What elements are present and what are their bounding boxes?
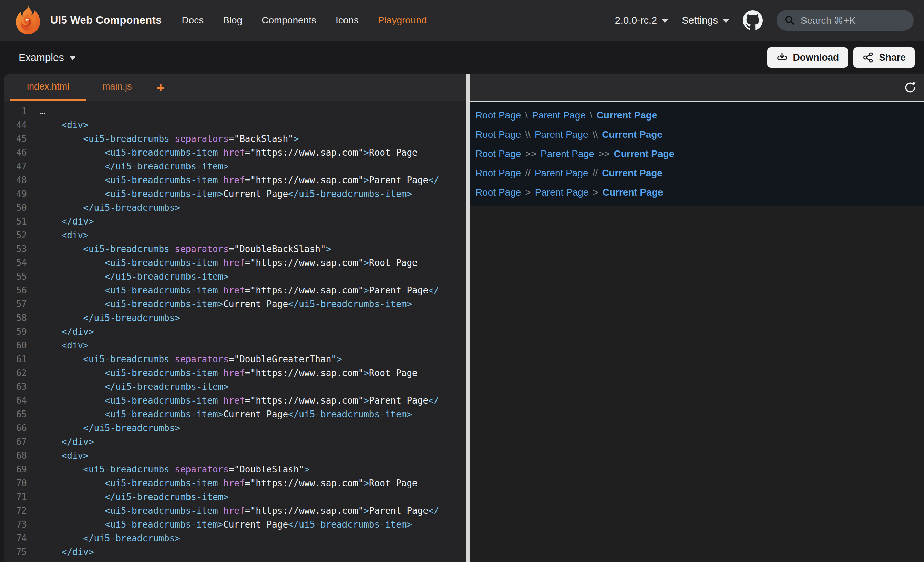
nav-item-docs[interactable]: Docs	[182, 15, 204, 26]
code-line[interactable]: 75 </div>	[4, 545, 466, 559]
line-number: 59	[4, 325, 27, 339]
code-line[interactable]: 47 </ui5-breadcrumbs-item>	[4, 159, 466, 173]
tab-label: index.html	[27, 81, 69, 92]
breadcrumb-link-parent[interactable]: Parent Page	[535, 129, 588, 140]
search-input[interactable]: Search ⌘+K	[777, 10, 914, 31]
code-line[interactable]: 1…	[4, 104, 466, 118]
breadcrumb-link-root[interactable]: Root Page	[476, 168, 521, 179]
code-line[interactable]: 67 </div>	[4, 435, 466, 449]
code-line[interactable]: 54 <ui5-breadcrumbs-item href="https://w…	[4, 256, 466, 270]
download-icon	[776, 52, 788, 63]
panel-resize-handle[interactable]	[466, 74, 470, 562]
nav-item-icons[interactable]: Icons	[336, 15, 358, 26]
version-dropdown[interactable]: 2.0.0-rc.2	[615, 15, 668, 26]
refresh-button[interactable]	[903, 80, 918, 95]
github-icon[interactable]	[743, 10, 763, 30]
examples-dropdown[interactable]: Examples	[19, 52, 76, 63]
code-line[interactable]: 70 <ui5-breadcrumbs-item href="https://w…	[4, 476, 466, 490]
nav-item-playground[interactable]: Playground	[378, 15, 427, 26]
nav-item-components[interactable]: Components	[261, 15, 316, 26]
line-number: 51	[4, 214, 27, 228]
code-line[interactable]: 66 </ui5-breadcrumbs>	[4, 421, 466, 435]
refresh-icon	[903, 81, 917, 94]
breadcrumb-link-parent[interactable]: Parent Page	[540, 148, 594, 159]
line-number: 69	[4, 463, 27, 476]
nav-item-blog[interactable]: Blog	[223, 15, 242, 26]
breadcrumb-link-root[interactable]: Root Page	[476, 110, 521, 121]
breadcrumb-link-root[interactable]: Root Page	[476, 129, 521, 140]
breadcrumb-link-root[interactable]: Root Page	[476, 148, 521, 159]
code-line[interactable]: 69 <ui5-breadcrumbs separators="DoubleSl…	[4, 463, 466, 476]
share-button[interactable]: Share	[854, 47, 915, 68]
code-line[interactable]: 52 <div>	[4, 228, 466, 242]
code-line[interactable]: 65 <ui5-breadcrumbs-item>Current Page</u…	[4, 408, 466, 421]
code-line[interactable]: 61 <ui5-breadcrumbs separators="DoubleGr…	[4, 352, 466, 366]
chevron-down-icon	[723, 19, 729, 23]
line-number: 63	[4, 380, 27, 394]
code-line[interactable]: 73 <ui5-breadcrumbs-item>Current Page</u…	[4, 518, 466, 531]
code-line[interactable]: 64 <ui5-breadcrumbs-item href="https://w…	[4, 394, 466, 408]
code-line[interactable]: 60 <div>	[4, 339, 466, 352]
code-text: <ui5-breadcrumbs separators="DoubleBackS…	[40, 242, 331, 256]
code-text: <div>	[40, 559, 88, 562]
code-line[interactable]: 71 </ui5-breadcrumbs-item>	[4, 490, 466, 504]
breadcrumb-link-parent[interactable]: Parent Page	[532, 110, 586, 121]
tab-index-html[interactable]: index.html	[10, 74, 86, 101]
code-line[interactable]: 72 <ui5-breadcrumbs-item href="https://w…	[4, 504, 466, 518]
code-line[interactable]: 53 <ui5-breadcrumbs separators="DoubleBa…	[4, 242, 466, 256]
download-button[interactable]: Download	[767, 47, 848, 68]
line-number: 73	[4, 518, 27, 531]
top-navbar: UI5 Web Components DocsBlogComponentsIco…	[0, 0, 924, 40]
code-line[interactable]: 62 <ui5-breadcrumbs-item href="https://w…	[4, 366, 466, 380]
share-icon	[862, 52, 874, 63]
add-tab-button[interactable]: +	[149, 74, 172, 101]
code-line[interactable]: 49 <ui5-breadcrumbs-item>Current Page</u…	[4, 187, 466, 201]
code-line[interactable]: 59 </div>	[4, 325, 466, 339]
code-text: </ui5-breadcrumbs>	[40, 201, 180, 214]
code-line[interactable]: 56 <ui5-breadcrumbs-item href="https://w…	[4, 283, 466, 297]
code-line[interactable]: 46 <ui5-breadcrumbs-item href="https://w…	[4, 146, 466, 159]
preview-header	[470, 74, 924, 101]
examples-label: Examples	[19, 52, 64, 63]
code-text: <ui5-breadcrumbs separators="BackSlash">	[40, 132, 299, 146]
breadcrumbs-row: Root Page//Parent Page//Current Page	[476, 168, 924, 178]
code-text: <ui5-breadcrumbs-item>Current Page</ui5-…	[40, 187, 412, 201]
settings-dropdown[interactable]: Settings	[682, 15, 729, 26]
breadcrumb-current-page: Current Page	[614, 148, 674, 159]
code-line[interactable]: 48 <ui5-breadcrumbs-item href="https://w…	[4, 173, 466, 187]
breadcrumb-current-page: Current Page	[602, 168, 663, 179]
code-line[interactable]: 58 </ui5-breadcrumbs>	[4, 311, 466, 325]
breadcrumb-link-parent[interactable]: Parent Page	[535, 168, 588, 179]
breadcrumb-current-page: Current Page	[603, 187, 663, 198]
breadcrumb-separator: >	[592, 187, 598, 198]
code-line[interactable]: 44 <div>	[4, 118, 466, 132]
breadcrumb-link-root[interactable]: Root Page	[476, 187, 521, 198]
code-line[interactable]: 74 </ui5-breadcrumbs>	[4, 531, 466, 545]
code-line[interactable]: 50 </ui5-breadcrumbs>	[4, 201, 466, 214]
examples-toolbar: Examples Download Share	[0, 40, 924, 74]
ui5-phoenix-logo-icon[interactable]	[12, 4, 44, 36]
navbar-right-group: 2.0.0-rc.2 Settings Search ⌘+K	[615, 10, 914, 31]
code-text: </ui5-breadcrumbs>	[40, 311, 180, 325]
line-number: 55	[4, 270, 27, 283]
code-line[interactable]: 63 </ui5-breadcrumbs-item>	[4, 380, 466, 394]
code-line[interactable]: 57 <ui5-breadcrumbs-item>Current Page</u…	[4, 297, 466, 311]
breadcrumbs-row: Root Page>Parent Page>Current Page	[476, 187, 924, 198]
code-text: </ui5-breadcrumbs-item>	[40, 490, 229, 504]
code-line[interactable]: 51 </div>	[4, 214, 466, 228]
code-text: <div>	[40, 228, 88, 242]
code-line[interactable]: 68 <div>	[4, 449, 466, 463]
code-lines[interactable]: 1…44 <div>45 <ui5-breadcrumbs separators…	[4, 101, 466, 562]
tab-main-js[interactable]: main.js	[86, 74, 148, 101]
breadcrumbs-row: Root Page\\Parent Page\\Current Page	[476, 129, 924, 140]
line-number: 50	[4, 201, 27, 214]
breadcrumb-separator: //	[525, 168, 531, 179]
code-text: <ui5-breadcrumbs-item href="https://www.…	[40, 504, 439, 518]
line-number: 68	[4, 449, 27, 463]
breadcrumb-link-parent[interactable]: Parent Page	[535, 187, 589, 198]
code-line[interactable]: 76 <div>	[4, 559, 466, 562]
code-text: <ui5-breadcrumbs-item>Current Page</ui5-…	[40, 518, 412, 531]
code-line[interactable]: 55 </ui5-breadcrumbs-item>	[4, 270, 466, 283]
code-text: <div>	[40, 339, 88, 352]
code-line[interactable]: 45 <ui5-breadcrumbs separators="BackSlas…	[4, 132, 466, 146]
